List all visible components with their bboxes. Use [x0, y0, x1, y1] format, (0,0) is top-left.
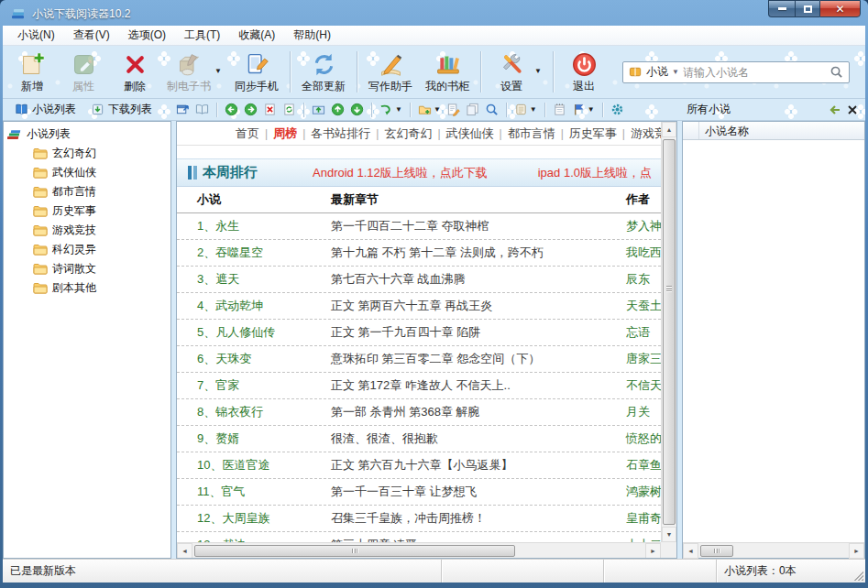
novel-title-link[interactable]: 1、永生: [197, 218, 239, 234]
tab-download-list[interactable]: 下载列表: [84, 100, 159, 119]
nav-link[interactable]: 首页: [230, 125, 265, 142]
scroll-left-arrow[interactable]: ◄: [177, 543, 192, 559]
menu-item[interactable]: 工具(T): [175, 26, 229, 45]
new-button[interactable]: 新增: [6, 48, 58, 96]
menu-item[interactable]: 收藏(A): [229, 26, 284, 45]
resize-grip[interactable]: [852, 570, 863, 581]
upload-icon[interactable]: [309, 101, 328, 118]
writing-helper-button[interactable]: 写作助手: [362, 48, 419, 96]
scroll-left-arrow[interactable]: ◄: [683, 543, 698, 559]
dropdown-icon[interactable]: ▼: [530, 105, 537, 114]
search-icon[interactable]: [830, 65, 843, 79]
doc-copy-icon[interactable]: [463, 101, 482, 118]
nav-link[interactable]: 都市言情: [502, 125, 561, 142]
settings-button[interactable]: 设置 ▼: [486, 48, 537, 96]
author-link[interactable]: 皇甫奇: [626, 510, 661, 527]
flag-icon[interactable]: ▼: [569, 101, 598, 118]
menu-item[interactable]: 小说(N): [8, 26, 64, 45]
novel-title-link[interactable]: 5、凡人修仙传: [197, 324, 275, 341]
browser-vertical-scrollbar[interactable]: ▲ ▼: [661, 122, 676, 542]
refresh-icon[interactable]: [280, 101, 299, 118]
browser-horizontal-scrollbar[interactable]: ◄ ►: [177, 542, 661, 558]
properties-button[interactable]: 属性: [58, 48, 109, 96]
tree-item[interactable]: 剧本其他: [4, 278, 170, 298]
author-link[interactable]: 不信天上: [626, 377, 661, 394]
tree-item[interactable]: 武侠仙侠: [4, 163, 170, 182]
search-icon[interactable]: [482, 101, 501, 118]
dropdown-icon[interactable]: ▼: [588, 105, 595, 114]
tree-root-novel-list[interactable]: 小说列表: [4, 125, 170, 144]
nav-link[interactable]: 周榜: [268, 125, 302, 142]
novel-title-link[interactable]: 6、天珠变: [197, 351, 251, 367]
novel-list-body[interactable]: [683, 140, 864, 542]
author-link[interactable]: 鸿蒙树: [626, 484, 661, 500]
author-link[interactable]: 辰东: [626, 271, 650, 288]
novel-title-link[interactable]: 11、官气: [197, 484, 246, 500]
novel-title-link[interactable]: 7、官家: [197, 377, 239, 394]
right-panel-close-icon[interactable]: [847, 104, 858, 115]
tree-item[interactable]: 科幻灵异: [4, 240, 170, 259]
vertical-scroll-thumb[interactable]: [663, 139, 676, 525]
tree-item[interactable]: 历史军事: [4, 201, 170, 221]
novel-title-link[interactable]: 2、吞噬星空: [197, 245, 263, 261]
dropdown-icon[interactable]: ▼: [395, 105, 402, 114]
maximize-button[interactable]: [795, 0, 819, 17]
scroll-up-arrow[interactable]: ▲: [662, 122, 676, 137]
forward-icon[interactable]: [241, 101, 260, 118]
novel-title-link[interactable]: 9、赘婿: [197, 430, 239, 447]
search-category[interactable]: 小说: [646, 64, 668, 80]
author-link[interactable]: 梦入神机: [626, 218, 661, 234]
import-icon[interactable]: ▼: [377, 101, 405, 118]
up-icon[interactable]: [328, 101, 347, 118]
scroll-right-arrow[interactable]: ►: [645, 543, 661, 559]
stop-icon[interactable]: [260, 101, 280, 118]
open-book-icon[interactable]: [192, 101, 212, 118]
panel-horizontal-scrollbar[interactable]: ◄ ►: [683, 542, 864, 558]
nav-link[interactable]: 玄幻奇幻: [379, 125, 437, 142]
update-all-button[interactable]: 全部更新: [295, 48, 352, 96]
make-ebook-button[interactable]: 制电子书 ▼: [160, 48, 217, 96]
exit-button[interactable]: 退出: [558, 48, 610, 96]
tree-item[interactable]: 都市言情: [4, 182, 170, 201]
author-link[interactable]: 月关: [626, 404, 650, 420]
author-link[interactable]: 忘语: [626, 324, 650, 341]
tree-item[interactable]: 游戏竞技: [4, 221, 170, 240]
nav-link[interactable]: 历史军事: [564, 125, 622, 142]
delete-button[interactable]: 删除: [109, 48, 160, 96]
scroll-down-arrow[interactable]: ▼: [662, 527, 676, 542]
announcement-ipad-link[interactable]: ipad 1.0版上线啦，点: [538, 165, 652, 181]
tree-item[interactable]: 诗词散文: [4, 259, 170, 278]
sync-phone-button[interactable]: 同步手机: [228, 48, 285, 96]
author-link[interactable]: 愤怒的香: [626, 430, 661, 447]
folder-add-icon[interactable]: ▼: [415, 101, 444, 118]
back-icon[interactable]: [222, 101, 241, 118]
novel-name-column[interactable]: 小说名称: [699, 122, 864, 139]
settings-dropdown-icon[interactable]: ▼: [534, 67, 542, 75]
make-ebook-dropdown-icon[interactable]: ▼: [214, 67, 222, 75]
nav-link[interactable]: 武侠仙侠: [441, 125, 500, 142]
new-window-icon[interactable]: [173, 101, 192, 118]
scroll-right-arrow[interactable]: ►: [849, 543, 864, 559]
announcement-android-link[interactable]: Android 1.12版上线啦，点此下载: [313, 165, 488, 181]
my-bookshelf-button[interactable]: 我的书柜: [419, 48, 476, 96]
novel-title-link[interactable]: 4、武动乾坤: [197, 298, 263, 314]
novel-title-link[interactable]: 3、遮天: [197, 271, 239, 288]
novel-title-link[interactable]: 10、医道官途: [197, 457, 269, 474]
novel-title-link[interactable]: 12、大周皇族: [197, 510, 269, 527]
doc-edit-icon[interactable]: [444, 101, 463, 118]
horizontal-scroll-thumb[interactable]: [700, 545, 733, 557]
minimize-button[interactable]: [768, 0, 795, 17]
nav-link[interactable]: 游戏竞技: [625, 125, 661, 142]
author-link[interactable]: 唐家三少: [626, 351, 661, 367]
author-link[interactable]: 天蚕土豆: [626, 298, 661, 314]
menu-item[interactable]: 查看(V): [64, 26, 119, 45]
author-link[interactable]: 石章鱼: [626, 457, 661, 474]
menu-item[interactable]: 帮助(H): [284, 26, 340, 45]
nav-link[interactable]: 各书站排行: [305, 125, 376, 142]
gear-icon[interactable]: [608, 101, 627, 118]
autohide-pin-icon[interactable]: [827, 103, 841, 116]
author-link[interactable]: 我吃西红: [626, 245, 661, 261]
dropdown-icon[interactable]: ▼: [434, 105, 441, 114]
down-icon[interactable]: [347, 101, 367, 118]
horizontal-scroll-thumb[interactable]: [194, 545, 515, 557]
